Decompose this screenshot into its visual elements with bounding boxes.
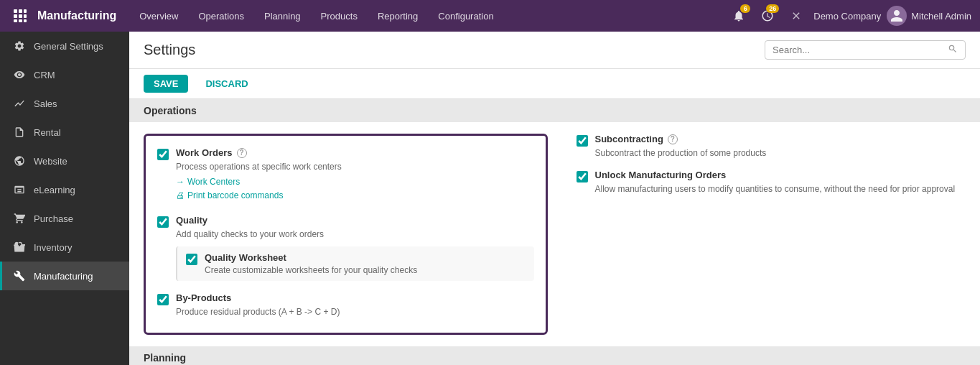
search-input[interactable]	[773, 45, 943, 55]
quality-worksheet-checkbox[interactable]	[186, 254, 197, 265]
print-icon: 🖨	[176, 190, 185, 200]
user-menu[interactable]: Mitchell Admin	[887, 6, 971, 26]
quality-header: Quality	[157, 215, 534, 228]
svg-rect-1	[19, 9, 22, 13]
apps-menu-icon[interactable]	[9, 4, 32, 27]
notifications-button[interactable]: 6	[727, 4, 750, 27]
work-orders-desc: Process operations at specific work cent…	[176, 162, 534, 172]
top-navigation: Manufacturing Overview Operations Planni…	[0, 0, 980, 32]
by-products-desc: Produce residual products (A + B -> C + …	[176, 307, 534, 317]
nav-products[interactable]: Products	[312, 6, 366, 26]
sidebar-item-elearning[interactable]: eLearning	[0, 175, 129, 204]
subcontracting-setting: Subcontracting ? Subcontract the product…	[577, 134, 966, 158]
work-orders-title: Work Orders ?	[176, 147, 247, 158]
sidebar-item-inventory[interactable]: Inventory	[0, 233, 129, 262]
sidebar-item-label: Rental	[34, 127, 61, 138]
nav-operations[interactable]: Operations	[190, 6, 253, 26]
sidebar-item-label: Sales	[34, 98, 57, 109]
inventory-icon	[12, 240, 27, 254]
quality-worksheet-subsetting: Quality Worksheet Create customizable wo…	[176, 246, 534, 281]
nav-configuration[interactable]: Configuration	[429, 6, 502, 26]
subcontracting-help-icon[interactable]: ?	[668, 134, 678, 144]
elearning-icon	[12, 182, 27, 197]
website-icon	[12, 154, 27, 168]
nav-reporting[interactable]: Reporting	[369, 6, 426, 26]
sidebar-item-label: Purchase	[34, 213, 73, 224]
nav-menu: Overview Operations Planning Products Re…	[131, 6, 727, 26]
settings-content: Operations Work Orders ? Proc	[129, 99, 980, 365]
work-orders-help-icon[interactable]: ?	[237, 148, 247, 158]
operations-label: Operations	[144, 105, 197, 116]
unlock-mfg-title: Unlock Manufacturing Orders	[595, 170, 727, 180]
quality-desc: Add quality checks to your work orders	[176, 229, 534, 239]
work-centers-link[interactable]: → Work Centers	[176, 177, 240, 187]
sidebar-item-label: General Settings	[34, 41, 103, 52]
by-products-checkbox[interactable]	[157, 294, 169, 305]
sidebar-item-label: Website	[34, 156, 67, 167]
purchase-icon	[12, 211, 27, 226]
discard-button[interactable]: DISCARD	[195, 75, 258, 93]
sidebar-item-sales[interactable]: Sales	[0, 89, 129, 118]
sidebar-item-label: Inventory	[34, 242, 72, 253]
subcontracting-desc: Subcontract the production of some produ…	[595, 148, 966, 158]
quality-setting: Quality Add quality checks to your work …	[157, 215, 534, 281]
page-title: Settings	[144, 42, 195, 58]
search-icon	[948, 44, 958, 56]
notification-badge: 6	[740, 4, 750, 13]
subcontracting-title: Subcontracting ?	[595, 134, 678, 144]
left-column: Work Orders ? Process operations at spec…	[144, 134, 548, 335]
settings-header: Settings	[129, 32, 980, 69]
search-bar[interactable]	[765, 40, 966, 60]
manufacturing-icon	[12, 269, 27, 283]
quality-worksheet-header: Quality Worksheet	[186, 252, 526, 265]
unlock-mfg-checkbox[interactable]	[577, 171, 588, 182]
company-name[interactable]: Demo Company	[813, 11, 881, 22]
sidebar-item-website[interactable]: Website	[0, 147, 129, 175]
unlock-manufacturing-orders-setting: Unlock Manufacturing Orders Allow manufa…	[577, 170, 966, 194]
svg-rect-0	[14, 9, 17, 13]
quality-checkbox[interactable]	[157, 216, 169, 228]
close-button[interactable]	[785, 4, 808, 27]
sidebar-item-manufacturing[interactable]: Manufacturing	[0, 262, 129, 290]
toolbar: SAVE DISCARD	[129, 69, 980, 99]
app-title: Manufacturing	[37, 9, 116, 22]
quality-worksheet-desc: Create customizable worksheets for your …	[205, 265, 526, 275]
planning-section-header: Planning	[129, 346, 980, 365]
planning-label: Planning	[144, 352, 186, 364]
by-products-title: By-Products	[176, 292, 231, 303]
print-barcode-link[interactable]: 🖨 Print barcode commands	[176, 190, 283, 200]
activity-badge: 26	[766, 4, 779, 13]
main-layout: General Settings CRM Sales Rental Websit…	[0, 32, 980, 365]
nav-overview[interactable]: Overview	[131, 6, 187, 26]
unlock-mfg-desc: Allow manufacturing users to modify quan…	[595, 184, 966, 194]
subcontracting-header: Subcontracting ?	[577, 134, 966, 147]
nav-right-area: 6 26 Demo Company Mitchell Admin	[727, 4, 971, 27]
by-products-setting: By-Products Produce residual products (A…	[157, 292, 534, 317]
svg-rect-2	[24, 9, 27, 13]
sidebar: General Settings CRM Sales Rental Websit…	[0, 32, 129, 365]
sidebar-item-crm[interactable]: CRM	[0, 60, 129, 89]
crm-icon	[12, 68, 27, 82]
by-products-header: By-Products	[157, 292, 534, 305]
right-column: Subcontracting ? Subcontract the product…	[562, 134, 966, 335]
work-orders-checkbox[interactable]	[157, 149, 169, 160]
save-button[interactable]: SAVE	[144, 75, 188, 93]
svg-rect-3	[14, 14, 17, 18]
user-name: Mitchell Admin	[911, 11, 971, 22]
quality-title: Quality	[176, 215, 207, 226]
sidebar-item-purchase[interactable]: Purchase	[0, 204, 129, 233]
sidebar-item-label: eLearning	[34, 185, 75, 195]
sidebar-item-rental[interactable]: Rental	[0, 118, 129, 147]
user-avatar	[887, 6, 907, 26]
subcontracting-checkbox[interactable]	[577, 135, 588, 147]
svg-rect-5	[24, 14, 27, 18]
arrow-icon: →	[176, 177, 185, 187]
nav-planning[interactable]: Planning	[256, 6, 309, 26]
general-settings-icon	[12, 39, 27, 53]
work-orders-header: Work Orders ?	[157, 147, 534, 160]
sidebar-item-label: Manufacturing	[34, 271, 93, 282]
activity-button[interactable]: 26	[756, 4, 779, 27]
svg-rect-6	[14, 19, 17, 22]
unlock-mfg-header: Unlock Manufacturing Orders	[577, 170, 966, 182]
sidebar-item-general-settings[interactable]: General Settings	[0, 32, 129, 60]
